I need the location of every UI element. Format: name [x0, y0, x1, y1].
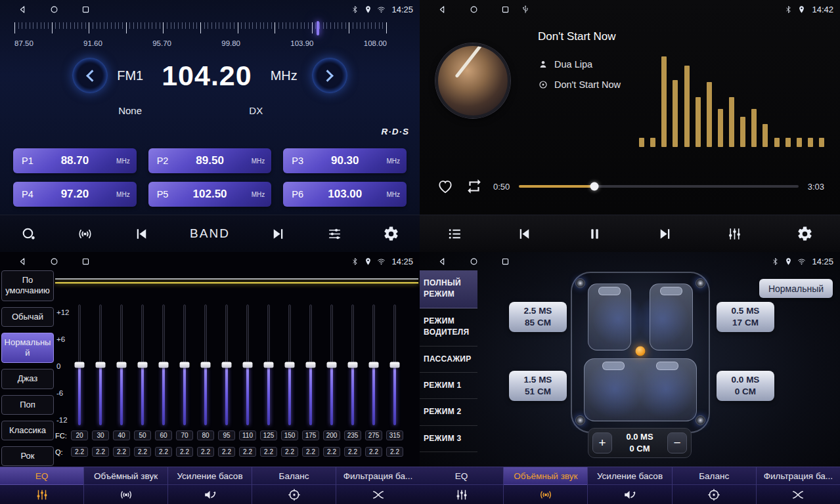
settings-button[interactable] [794, 223, 816, 245]
mode-item[interactable]: РЕЖИМ 2 [420, 399, 477, 425]
preset-button-p5[interactable]: P5 102.50 MHz [148, 182, 272, 207]
eq-band-slider[interactable] [302, 304, 319, 425]
slider-handle[interactable] [348, 362, 358, 368]
preset-button-p4[interactable]: P4 97.20 MHz [13, 182, 137, 207]
slider-handle[interactable] [201, 362, 211, 368]
eq-preset-item[interactable]: Поп [1, 395, 54, 415]
eq-band-slider[interactable] [281, 304, 298, 425]
delay-decrease-button[interactable]: − [667, 432, 687, 453]
eq-preset-item[interactable]: Классика [1, 421, 54, 440]
slider-handle[interactable] [96, 362, 106, 368]
eq-band-slider[interactable] [197, 304, 214, 425]
equalizer-button[interactable] [724, 223, 745, 245]
sound-preset-button[interactable]: Нормальный [759, 279, 833, 298]
preset-button-p1[interactable]: P1 88.70 MHz [13, 148, 137, 173]
tab-filter[interactable]: Фильтрация ба... [336, 467, 420, 504]
back-button[interactable] [7, 5, 38, 14]
next-track-button[interactable] [654, 223, 676, 245]
eq-preset-item[interactable]: Рок [1, 446, 54, 466]
eq-band-slider[interactable] [218, 304, 235, 425]
audio-settings-button[interactable] [324, 223, 345, 245]
eq-band-slider[interactable] [92, 304, 109, 425]
previous-track-button[interactable] [514, 223, 535, 245]
slider-handle[interactable] [243, 362, 253, 368]
tab-bass-boost[interactable]: Усиление басов [168, 467, 252, 504]
eq-band-slider[interactable] [113, 304, 130, 425]
slider-handle[interactable] [306, 362, 316, 368]
slider-handle[interactable] [180, 362, 190, 368]
slider-handle[interactable] [390, 362, 400, 368]
tune-up-button[interactable] [312, 58, 347, 93]
recents-button[interactable] [489, 257, 521, 266]
recents-button[interactable] [489, 5, 521, 14]
eq-band-slider[interactable] [71, 304, 88, 425]
tune-down-button[interactable] [72, 58, 108, 93]
preset-button-p3[interactable]: P3 90.30 MHz [283, 148, 407, 173]
mode-item[interactable]: РЕЖИМ ВОДИТЕЛЯ [420, 308, 477, 346]
eq-band-slider[interactable] [260, 304, 277, 425]
slider-handle[interactable] [327, 362, 337, 368]
progress-bar[interactable] [519, 185, 798, 188]
home-button[interactable] [458, 257, 489, 266]
mode-item[interactable]: ПОЛНЫЙ РЕЖИМ [420, 270, 477, 308]
tab-eq[interactable]: EQ [0, 467, 84, 504]
eq-band-slider[interactable] [134, 304, 151, 425]
eq-preset-item[interactable]: Нормальный [1, 333, 54, 364]
broadcast-button[interactable] [74, 223, 96, 245]
eq-band-slider[interactable] [365, 304, 382, 425]
seek-down-button[interactable] [131, 223, 152, 245]
favorite-button[interactable] [435, 177, 455, 196]
repeat-button[interactable] [464, 177, 484, 196]
slider-handle[interactable] [138, 362, 148, 368]
progress-knob[interactable] [590, 182, 599, 191]
slider-handle[interactable] [369, 362, 379, 368]
mode-item[interactable]: РЕЖИМ 3 [420, 426, 477, 452]
preset-button-p6[interactable]: P6 103.00 MHz [283, 182, 407, 207]
tab-balance[interactable]: Баланс [252, 467, 336, 504]
delay-increase-button[interactable]: + [592, 432, 612, 453]
band-button[interactable]: BAND [187, 224, 232, 243]
tab-bass-boost[interactable]: Усиление басов [588, 467, 672, 504]
eq-band-slider[interactable] [239, 304, 256, 425]
eq-band-slider[interactable] [386, 304, 403, 425]
tab-eq[interactable]: EQ [420, 467, 504, 504]
eq-band-slider[interactable] [344, 304, 361, 425]
home-button[interactable] [38, 5, 70, 14]
eq-preset-item[interactable]: Джаз [1, 369, 54, 388]
back-button[interactable] [426, 5, 458, 14]
slider-handle[interactable] [159, 362, 169, 368]
slider-handle[interactable] [75, 362, 85, 368]
scan-button[interactable] [18, 223, 39, 245]
recents-button[interactable] [70, 257, 101, 266]
mode-item[interactable]: РЕЖИМ 1 [420, 373, 477, 399]
home-button[interactable] [458, 5, 489, 14]
slider-handle[interactable] [117, 362, 127, 368]
playlist-button[interactable] [444, 223, 466, 245]
delay-rear-right-button[interactable]: 0.0 MS 0 CM [717, 371, 774, 401]
eq-preset-item[interactable]: Обычай [1, 307, 54, 327]
pause-button[interactable] [584, 223, 606, 245]
home-button[interactable] [38, 257, 70, 266]
tab-filter[interactable]: Фильтрация ба... [757, 467, 840, 504]
settings-button[interactable] [380, 223, 402, 245]
slider-handle[interactable] [264, 362, 274, 368]
eq-band-slider[interactable] [323, 304, 340, 425]
tab-surround-sound[interactable]: Объёмный звук [504, 467, 588, 504]
eq-band-slider[interactable] [155, 304, 172, 425]
mode-item[interactable]: ПАССАЖИР [420, 346, 477, 373]
back-button[interactable] [7, 257, 38, 266]
eq-band-slider[interactable] [176, 304, 193, 425]
recents-button[interactable] [70, 5, 101, 14]
slider-handle[interactable] [222, 362, 232, 368]
delay-front-left-button[interactable]: 2.5 MS 85 CM [509, 302, 567, 332]
seek-up-button[interactable] [267, 223, 289, 245]
delay-rear-left-button[interactable]: 1.5 MS 51 CM [509, 371, 567, 401]
slider-handle[interactable] [285, 362, 295, 368]
preset-button-p2[interactable]: P2 89.50 MHz [148, 148, 272, 173]
frequency-ruler[interactable] [14, 22, 387, 37]
tab-balance[interactable]: Баланс [673, 467, 757, 504]
delay-front-right-button[interactable]: 0.5 MS 17 CM [717, 302, 774, 332]
back-button[interactable] [426, 257, 458, 266]
eq-preset-item[interactable]: По умолчанию [1, 270, 54, 301]
tab-surround-sound[interactable]: Объёмный звук [84, 467, 168, 504]
